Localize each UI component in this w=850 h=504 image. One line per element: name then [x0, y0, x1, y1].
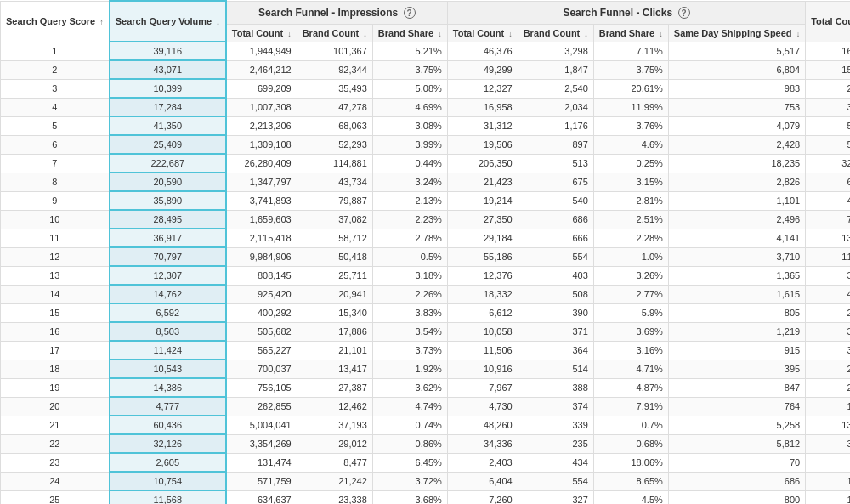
clk-total-sort[interactable]: ↓ — [508, 30, 513, 38]
clk-share-cell: 4.87% — [593, 378, 668, 397]
score-cell: 11 — [1, 229, 110, 247]
imp-total-cell: 808,145 — [226, 266, 297, 285]
imp-brand-sort[interactable]: ↓ — [363, 30, 367, 38]
clicks-help-icon[interactable]: ? — [678, 7, 690, 19]
clk-brand-cell: 508 — [518, 285, 593, 303]
clk-share-cell: 2.51% — [593, 210, 668, 229]
score-sort-icon[interactable]: ↑ — [99, 18, 104, 26]
table-row: 1312,307808,14525,7113.18%12,3764033.26%… — [1, 266, 851, 285]
clk-brand-cell: 1,847 — [518, 60, 593, 79]
volume-cell: 222,687 — [110, 154, 226, 173]
same-day-header: Same Day Shipping Speed ↓ — [668, 24, 805, 42]
imp-share-cell: 2.23% — [372, 210, 447, 229]
clk-brand-cell: 554 — [518, 472, 593, 490]
clk-total-cell: 2,403 — [447, 453, 518, 472]
imp-share-cell: 2.78% — [372, 229, 447, 247]
total-count-last-cell: 32,562 — [806, 154, 850, 173]
clk-share-cell: 2.77% — [593, 285, 668, 303]
same-day-cell: 2,826 — [668, 173, 805, 191]
total-count-last-cell: 5,092 — [806, 116, 850, 135]
same-day-cell: 764 — [668, 397, 805, 416]
clk-total-cell: 49,299 — [447, 60, 518, 79]
clk-brand-cell: 540 — [518, 191, 593, 210]
clk-share-cell: 20.61% — [593, 79, 668, 98]
same-day-cell: 1,101 — [668, 191, 805, 210]
volume-header: Search Query Volume ↓ — [110, 1, 226, 42]
clk-total-cell: 18,332 — [447, 285, 518, 303]
clk-share-cell: 5.9% — [593, 303, 668, 322]
clk-total-cell: 34,336 — [447, 434, 518, 453]
data-table: Search Query Score ↑ Search Query Volume… — [0, 0, 850, 504]
main-table-container: Search Query Score ↑ Search Query Volume… — [0, 0, 850, 504]
total-count-last-cell: 7,343 — [806, 210, 850, 229]
same-day-sort[interactable]: ↓ — [796, 30, 801, 38]
score-cell: 13 — [1, 266, 110, 285]
clk-total-cell: 6,612 — [447, 303, 518, 322]
imp-total-cell: 565,227 — [226, 341, 297, 360]
imp-share-cell: 4.69% — [372, 98, 447, 116]
volume-cell: 20,590 — [110, 173, 226, 191]
clk-share-cell: 8.65% — [593, 472, 668, 490]
volume-sort-icon[interactable]: ↓ — [216, 18, 220, 26]
imp-total-cell: 1,309,108 — [226, 135, 297, 154]
table-row: 417,2841,007,30847,2784.69%16,9582,03411… — [1, 98, 851, 116]
score-cell: 22 — [1, 434, 110, 453]
volume-cell: 32,126 — [110, 434, 226, 453]
imp-total-cell: 26,280,409 — [226, 154, 297, 173]
clk-share-cell: 3.26% — [593, 266, 668, 285]
imp-share-cell: 3.18% — [372, 266, 447, 285]
impressions-group-header: Search Funnel - Impressions ? — [226, 1, 448, 24]
clk-brand-cell: 235 — [518, 434, 593, 453]
imp-brand-cell: 12,462 — [297, 397, 372, 416]
volume-cell: 11,568 — [110, 490, 226, 504]
imp-brand-cell: 35,493 — [297, 79, 372, 98]
clk-share-sort[interactable]: ↓ — [659, 30, 663, 38]
clk-brand-cell: 513 — [518, 154, 593, 173]
total-count-last-cell: 13,948 — [806, 229, 850, 247]
clk-total-cell: 16,958 — [447, 98, 518, 116]
table-row: 2232,1263,354,26929,0120.86%34,3362350.6… — [1, 434, 851, 453]
imp-brand-cell: 68,063 — [297, 116, 372, 135]
total-count-last-label: Total Count — [811, 16, 850, 26]
total-count-last-cell: 1,830 — [806, 490, 850, 504]
clk-total-cell: 10,058 — [447, 322, 518, 341]
total-count-last-cell: 3,171 — [806, 322, 850, 341]
score-cell: 6 — [1, 135, 110, 154]
imp-brand-cell: 101,367 — [297, 42, 372, 60]
volume-cell: 70,797 — [110, 247, 226, 266]
clk-brand-cell: 686 — [518, 210, 593, 229]
imp-total-sort[interactable]: ↓ — [287, 30, 292, 38]
clk-brand-sort[interactable]: ↓ — [584, 30, 588, 38]
imp-total-cell: 634,637 — [226, 490, 297, 504]
volume-cell: 8,503 — [110, 322, 226, 341]
impressions-help-icon[interactable]: ? — [404, 7, 416, 19]
imp-share-cell: 4.74% — [372, 397, 447, 416]
table-row: 541,3502,213,20668,0633.08%31,3121,1763.… — [1, 116, 851, 135]
clk-brand-cell: 339 — [518, 416, 593, 434]
imp-share-cell: 1.92% — [372, 360, 447, 378]
same-day-cell: 753 — [668, 98, 805, 116]
same-day-cell: 70 — [668, 453, 805, 472]
same-day-cell: 1,615 — [668, 285, 805, 303]
imp-share-cell: 3.83% — [372, 303, 447, 322]
imp-brand-cell: 37,193 — [297, 416, 372, 434]
clk-brand-cell: 3,298 — [518, 42, 593, 60]
volume-cell: 10,754 — [110, 472, 226, 490]
imp-share-cell: 5.21% — [372, 42, 447, 60]
volume-cell: 35,890 — [110, 191, 226, 210]
imp-share-cell: 0.44% — [372, 154, 447, 173]
same-day-cell: 800 — [668, 490, 805, 504]
imp-brand-cell: 20,941 — [297, 285, 372, 303]
table-row: 1810,543700,03713,4171.92%10,9165144.71%… — [1, 360, 851, 378]
total-count-last-cell: 4,075 — [806, 191, 850, 210]
score-cell: 7 — [1, 154, 110, 173]
imp-share-sort[interactable]: ↓ — [438, 30, 442, 38]
imp-total-cell: 1,659,603 — [226, 210, 297, 229]
imp-total-cell: 9,984,906 — [226, 247, 297, 266]
clk-share-cell: 11.99% — [593, 98, 668, 116]
clk-total-cell: 7,260 — [447, 490, 518, 504]
clk-share-cell: 0.25% — [593, 154, 668, 173]
imp-total-cell: 2,464,212 — [226, 60, 297, 79]
clk-brand-cell: 675 — [518, 173, 593, 191]
imp-brand-cell: 13,417 — [297, 360, 372, 378]
